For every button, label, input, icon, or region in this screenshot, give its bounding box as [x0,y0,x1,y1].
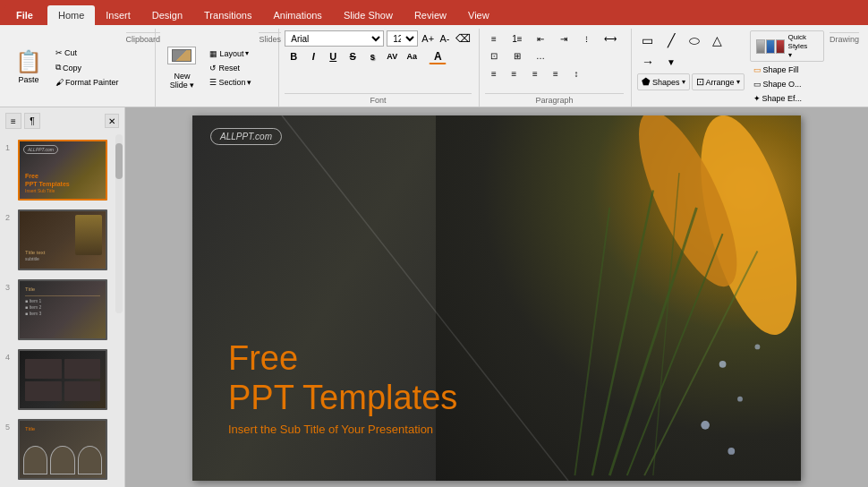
font-size-select[interactable]: 12 8 10 14 16 18 24 [387,30,418,47]
bold-button[interactable]: B [285,48,302,64]
shapes-icon: ⬟ [642,76,651,88]
slide-thumb-3[interactable]: 3 Title ■ Item 1■ Item 2■ Item 3 [4,278,121,342]
tab-home[interactable]: Home [47,5,95,25]
quick-styles-button[interactable]: Quick Styles ▾ [750,30,824,62]
shapes-dropdown-button[interactable]: ⬟ Shapes ▾ [637,73,690,90]
columns-button[interactable]: ⫶ [578,30,596,47]
strikethrough-button[interactable]: S [344,48,362,64]
decrease-font-button[interactable]: A- [438,30,452,47]
font-color-button[interactable]: A [429,48,447,64]
cut-icon: ✂ [55,48,63,57]
font-name-row: Arial Times New Roman Calibri 12 8 10 14… [285,30,472,47]
copy-icon: ⧉ [55,63,61,73]
align-center-button[interactable]: ≡ [506,65,523,81]
font-name-select[interactable]: Arial Times New Roman Calibri [285,30,384,47]
arrange-button[interactable]: ⊡ Arrange ▾ [692,73,745,90]
paste-button[interactable]: 📋 Paste [9,43,48,93]
slide-thumb-2[interactable]: 2 Title textsubtitle [4,208,121,272]
reset-button[interactable]: ↺ Reset [206,62,255,74]
shape-arrow-button[interactable]: → [637,52,659,72]
clear-format-button[interactable]: ⌫ [455,30,472,47]
format-painter-button[interactable]: 🖌 Format Painter [52,76,123,89]
slide-image-3: Title ■ Item 1■ Item 2■ Item 3 [18,279,107,340]
change-case-button[interactable]: Aa [403,48,421,64]
slide-num-3: 3 [5,283,14,292]
bullets-button[interactable]: ≡ [485,30,503,47]
shape-oval-button[interactable]: ⬭ [684,30,705,50]
slide-num-5: 5 [5,423,14,431]
scrollbar-thumb[interactable] [115,143,123,179]
tab-animations[interactable]: Animations [262,5,332,25]
layout-icon: ▦ [209,49,217,58]
shapes-arrow-icon: ▾ [682,78,685,86]
shape-line-button[interactable]: ╱ [660,30,682,50]
tab-file[interactable]: File [4,5,46,25]
shape-effects-icon: ✦ [753,94,761,103]
cut-button[interactable]: ✂ Cut [52,47,123,59]
font-group: Arial Times New Roman Calibri 12 8 10 14… [279,29,480,107]
tab-slideshow[interactable]: Slide Show [333,5,404,25]
format-painter-icon: 🖌 [55,78,64,87]
scrollbar-track [115,134,123,313]
smartart-button[interactable]: ⊞ [508,47,526,64]
more-para-button[interactable]: … [532,47,549,64]
shapes-more-button[interactable]: ▼ [660,52,682,72]
canvas-area: ALLPPT.com Free PPT Templates Insert the… [125,107,868,487]
align-text-button[interactable]: ⊡ [485,47,503,64]
shape-effects-button[interactable]: ✦ Shape Ef... [750,92,824,105]
slide-canvas[interactable]: ALLPPT.com Free PPT Templates Insert the… [192,115,801,481]
align-left-button[interactable]: ≡ [485,65,503,81]
slide-text-content: Free PPT Templates Insert the Sub Title … [228,339,457,436]
underline-button[interactable]: U [324,48,342,64]
shape-outline-button[interactable]: ▭ Shape O... [750,78,824,90]
increase-font-button[interactable]: A+ [421,30,435,47]
tab-insert[interactable]: Insert [95,5,141,25]
slide-num-1: 1 [5,143,14,152]
paragraph-group: ≡ 1≡ ⇤ ⇥ ⫶ ⟷ ⊡ ⊞ … ≡ ≡ ≡ ≡ ↕ P [480,29,632,107]
font-controls: Arial Times New Roman Calibri 12 8 10 14… [285,30,472,64]
shape-rect-button[interactable]: ▭ [637,30,659,50]
decrease-indent-button[interactable]: ⇤ [532,30,549,47]
shape-fill-button[interactable]: ▭ Shape Fill [750,64,824,76]
section-button[interactable]: ☰ Section ▾ [206,76,255,89]
char-spacing-button[interactable]: AV [383,48,401,64]
close-panel-button[interactable]: ✕ [105,114,119,128]
formatting-row: B I U S s AV Aa A [285,48,472,64]
slide-thumb-4[interactable]: 4 [4,347,121,412]
line-spacing-button[interactable]: ↕ [567,65,585,81]
slide-thumb-5[interactable]: 5 Title [4,417,121,482]
slide-image-4 [18,349,107,410]
shape-triangle-button[interactable]: △ [707,30,728,50]
tab-bar: File Home Insert Design Transitions Anim… [0,0,868,25]
quick-styles-label: Quick Styles [788,33,818,50]
copy-button[interactable]: ⧉ Copy [52,61,123,74]
paste-icon: 📋 [15,51,42,73]
justify-button[interactable]: ≡ [547,65,565,81]
tab-view[interactable]: View [457,5,500,25]
slide-num-2: 2 [5,213,14,222]
text-direction-button[interactable]: ⟷ [601,30,619,47]
slides-tab-button[interactable]: ≡ [5,113,21,129]
slide-main-title: Free PPT Templates [228,339,457,417]
slides-label: Slides [259,32,281,105]
slide-image-1: ALLPPT.com FreePPT Templates Insert Sub … [18,140,107,201]
paste-label: Paste [18,75,38,84]
new-slide-button[interactable]: New Slide ▾ [161,42,202,94]
italic-button[interactable]: I [304,48,322,64]
tab-review[interactable]: Review [404,5,457,25]
increase-indent-button[interactable]: ⇥ [555,30,573,47]
outline-tab-button[interactable]: ¶ [24,113,40,129]
shape-fill-icon: ▭ [753,65,762,74]
slide-num-4: 4 [5,353,14,362]
slides-group: New Slide ▾ ▦ Layout ▾ ↺ Reset ☰ Section… [156,29,279,107]
tab-design[interactable]: Design [141,5,193,25]
slide-panel: ≡ ¶ ✕ 1 ALLPPT.com FreePPT Templates Ins… [0,107,125,487]
shadow-button[interactable]: s [363,48,381,64]
numbering-button[interactable]: 1≡ [508,30,526,47]
slide-thumb-1[interactable]: 1 ALLPPT.com FreePPT Templates Insert Su… [4,138,121,202]
clipboard-label: Clipboard [126,32,161,105]
section-icon: ☰ [209,78,217,87]
layout-button[interactable]: ▦ Layout ▾ [206,47,255,60]
align-right-button[interactable]: ≡ [526,65,544,81]
tab-transitions[interactable]: Transitions [193,5,262,25]
